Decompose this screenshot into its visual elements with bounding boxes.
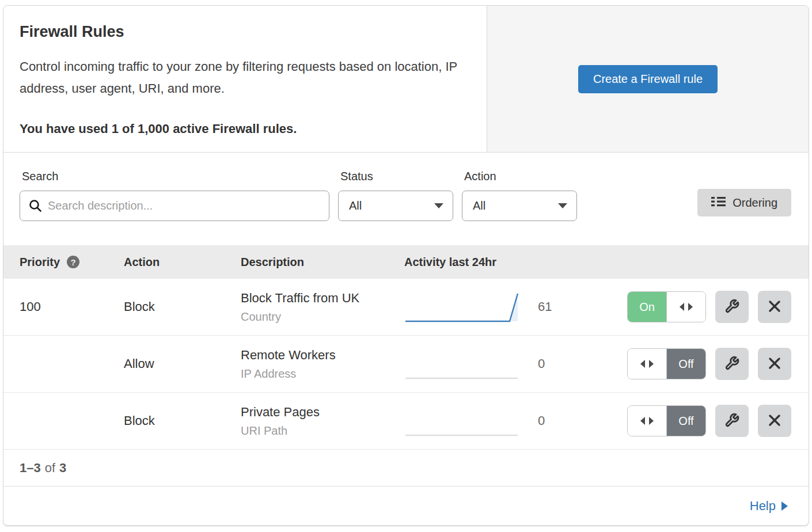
close-icon	[768, 299, 781, 315]
action-select[interactable]: All	[462, 191, 577, 221]
caret-down-icon	[434, 203, 443, 208]
activity-count: 0	[525, 413, 583, 428]
ordering-button[interactable]: Ordering	[697, 189, 791, 216]
table-header-row: Priority ? Action Description Activity l…	[3, 245, 809, 279]
column-header-action: Action	[124, 256, 241, 269]
wrench-icon	[724, 413, 739, 430]
firewall-rules-panel: Firewall Rules Control incoming traffic …	[3, 5, 809, 526]
search-box	[20, 191, 329, 221]
activity-sparkline	[404, 404, 525, 438]
edit-rule-button[interactable]	[715, 405, 749, 437]
toggle-off-label: Off	[666, 406, 705, 436]
wrench-icon	[724, 356, 739, 373]
column-header-activity: Activity last 24hr	[404, 256, 525, 269]
search-input[interactable]	[20, 191, 329, 221]
edit-rule-button[interactable]	[715, 291, 749, 323]
header-section: Firewall Rules Control incoming traffic …	[3, 6, 809, 153]
rule-action: Block	[124, 299, 241, 314]
ordering-button-label: Ordering	[733, 196, 777, 210]
usage-note: You have used 1 of 1,000 active Firewall…	[20, 121, 468, 136]
column-header-description: Description	[241, 256, 404, 269]
rule-description-cell: Private Pages URI Path	[241, 405, 404, 438]
column-header-priority: Priority ?	[20, 256, 124, 269]
toggle-on-label: On	[628, 292, 667, 322]
toggle-off-label: Off	[666, 349, 705, 379]
action-filter-group: Action All	[462, 170, 577, 221]
toggle-arrows-icon	[628, 349, 666, 379]
toggle-arrows-icon	[667, 292, 705, 322]
activity-count: 0	[525, 356, 583, 371]
row-controls: Off	[583, 405, 809, 437]
toggle-arrows-icon	[628, 406, 666, 436]
rule-match-type: URI Path	[241, 424, 404, 438]
rule-description-cell: Remote Workers IP Address	[241, 348, 404, 381]
status-label: Status	[340, 170, 453, 183]
rule-enabled-toggle[interactable]: On	[627, 291, 706, 322]
pagination-total: 3	[59, 461, 66, 476]
delete-rule-button[interactable]	[758, 405, 791, 437]
pagination-of: of	[45, 461, 55, 476]
priority-header-label: Priority	[20, 256, 60, 269]
action-label: Action	[464, 170, 577, 183]
rule-action: Allow	[124, 356, 241, 371]
close-icon	[768, 413, 781, 429]
status-select[interactable]: All	[338, 191, 453, 221]
rule-priority: 100	[20, 299, 124, 314]
close-icon	[768, 356, 781, 372]
caret-down-icon	[558, 203, 567, 208]
activity-sparkline	[404, 347, 525, 381]
ordering-list-icon	[711, 195, 726, 211]
status-select-value: All	[349, 199, 362, 212]
header-action-panel: Create a Firewall rule	[487, 6, 809, 152]
table-row: Allow Remote Workers IP Address 0 Off	[3, 336, 809, 393]
search-filter-group: Search	[20, 170, 329, 221]
rule-match-type: Country	[241, 310, 404, 324]
search-label: Search	[22, 170, 329, 183]
footer-bar: Help	[3, 487, 809, 525]
search-icon	[28, 199, 43, 215]
activity-sparkline	[404, 290, 525, 324]
rule-description-cell: Block Traffic from UK Country	[241, 291, 404, 324]
edit-rule-button[interactable]	[715, 348, 749, 380]
help-link-label: Help	[750, 499, 776, 514]
delete-rule-button[interactable]	[758, 348, 791, 380]
rule-enabled-toggle[interactable]: Off	[627, 405, 706, 436]
pagination-bar: 1–3 of 3	[3, 450, 809, 487]
activity-count: 61	[525, 299, 583, 314]
table-row: 100 Block Block Traffic from UK Country …	[3, 279, 809, 336]
rule-description: Private Pages	[241, 405, 404, 420]
table-row: Block Private Pages URI Path 0 Off	[3, 393, 809, 450]
help-link[interactable]: Help	[750, 499, 788, 514]
filters-section: Search Status All Action All	[3, 153, 809, 245]
action-select-value: All	[473, 199, 485, 212]
page-description: Control incoming traffic to your zone by…	[20, 56, 463, 100]
page-title: Firewall Rules	[20, 23, 468, 41]
status-filter-group: Status All	[338, 170, 453, 221]
pagination-range: 1–3	[20, 461, 41, 476]
rule-description: Remote Workers	[241, 348, 404, 363]
delete-rule-button[interactable]	[758, 291, 791, 323]
rule-enabled-toggle[interactable]: Off	[627, 348, 706, 379]
help-arrow-icon	[781, 501, 788, 511]
rule-action: Block	[124, 413, 241, 428]
wrench-icon	[724, 299, 739, 316]
rule-match-type: IP Address	[241, 367, 404, 381]
row-controls: Off	[583, 348, 809, 380]
row-controls: On	[583, 291, 809, 323]
create-firewall-rule-button[interactable]: Create a Firewall rule	[578, 65, 718, 93]
priority-help-icon[interactable]: ?	[67, 256, 79, 268]
header-text-block: Firewall Rules Control incoming traffic …	[3, 6, 487, 152]
rule-description: Block Traffic from UK	[241, 291, 404, 306]
